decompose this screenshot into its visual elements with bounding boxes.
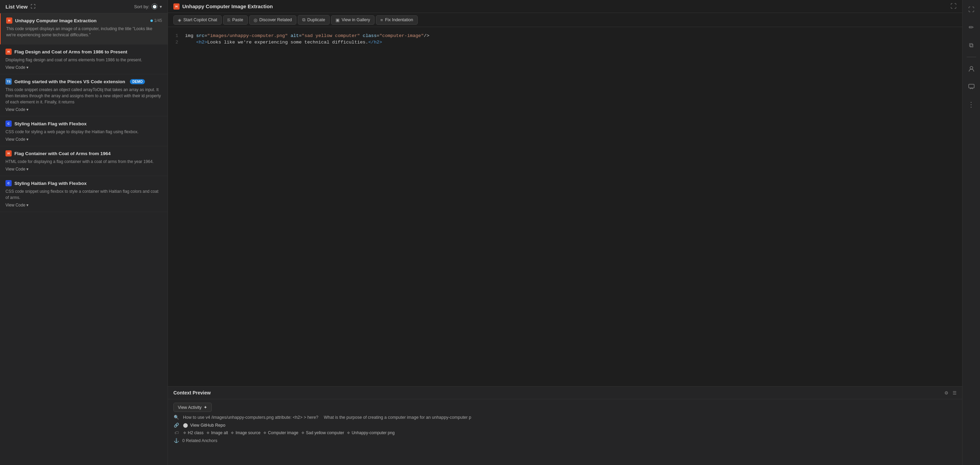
question-1[interactable]: How to use v4 /images/unhappy-computers.… (183, 415, 318, 420)
tag-label: Image alt (211, 430, 228, 435)
tag-label: Image source (235, 430, 261, 435)
github-link-label: View GitHub Repo (190, 423, 226, 428)
tag-item[interactable]: ❖ Computer image (263, 430, 299, 435)
expand-icon[interactable]: ⛶ (30, 4, 35, 9)
view-code-btn[interactable]: View Code ▾ (5, 137, 162, 142)
question-2[interactable]: What is the purpose of creating a comput… (324, 415, 471, 420)
tag-label: Computer image (268, 430, 299, 435)
context-preview-header: Context Preview ⚙ ☰ (168, 387, 962, 399)
list-items: H Unhappy Computer Image Extraction 1/45… (0, 13, 167, 465)
list-item[interactable]: H Flag Design and Coat of Arms from 1986… (0, 44, 167, 74)
search-icon: 🔍 (173, 415, 180, 420)
tags-row: 🏷 ❖ H2 class ❖ Image alt ❖ Image source (173, 430, 957, 435)
list-item[interactable]: H Unhappy Computer Image Extraction 1/45… (0, 13, 167, 44)
github-icon: ⬤ (183, 422, 188, 428)
code-line: 1 img src="images/unhappy-computer.png" … (168, 33, 962, 39)
sort-by-label: Sort by: (134, 4, 150, 9)
tag-item[interactable]: ❖ Image source (231, 430, 261, 435)
fix-indentation-button[interactable]: ≡ Fix Indentation (376, 16, 418, 25)
sort-clock-icon[interactable]: 🕐 (151, 3, 158, 10)
item-desc: HTML code for displaying a flag containe… (5, 159, 162, 165)
svg-point-0 (970, 67, 973, 69)
list-item[interactable]: C Styling Haitian Flag with Flexbox CSS … (0, 116, 167, 146)
main-title: H Unhappy Computer Image Extraction (173, 3, 947, 10)
context-preview-title: Context Preview (173, 390, 211, 395)
discover-icon: ◎ (254, 17, 257, 22)
demo-badge: DEMO (130, 79, 145, 84)
lang-badge-ts: TS (5, 78, 12, 84)
item-desc: Displaying flag design and coat of arms … (5, 57, 162, 63)
lang-badge-html: H (5, 150, 12, 157)
duplicate-button[interactable]: ⧉ Duplicate (298, 15, 329, 25)
fullscreen-icon[interactable]: ⛶ (951, 3, 957, 10)
menu-icon[interactable]: ☰ (953, 390, 957, 395)
main-header: H Unhappy Computer Image Extraction ⛶ (168, 0, 962, 13)
page-title: Unhappy Computer Image Extraction (182, 3, 273, 9)
item-title: C Styling Haitian Flag with Flexbox (5, 121, 87, 127)
view-code-btn[interactable]: View Code ▾ (5, 167, 162, 171)
lang-badge-html: H (5, 49, 12, 55)
tags-list: ❖ H2 class ❖ Image alt ❖ Image source ❖ … (183, 430, 395, 435)
line-number: 2 (168, 40, 185, 45)
tag-label: Sad yellow computer (306, 430, 344, 435)
tag-label: Unhappy-computer png (352, 430, 395, 435)
item-name: Flag Design and Coat of Arms from 1986 t… (14, 49, 127, 54)
message-icon[interactable] (965, 81, 978, 93)
list-item[interactable]: TS Getting started with the Pieces VS Co… (0, 74, 167, 116)
view-in-gallery-button[interactable]: ▣ View in Gallery (331, 16, 374, 25)
view-code-btn[interactable]: View Code ▾ (5, 65, 162, 70)
item-name: Unhappy Computer Image Extraction (15, 18, 97, 23)
context-header-icons: ⚙ ☰ (944, 390, 957, 395)
context-questions: How to use v4 /images/unhappy-computers.… (183, 415, 957, 420)
tag-item[interactable]: ❖ Unhappy-computer png (347, 430, 395, 435)
tag-item[interactable]: ❖ H2 class (183, 430, 204, 435)
paste-button[interactable]: ⎘ Paste (223, 16, 248, 25)
lang-badge-html: H (6, 17, 12, 24)
discover-related-button[interactable]: ◎ Discover Related (249, 16, 296, 25)
item-dot (150, 19, 153, 22)
right-sidebar: ⛶ ✏ ⧉ ⋮ (962, 0, 980, 465)
activity-icon: ✦ (204, 405, 207, 410)
line-content: <h2>Looks like we're experiencing some t… (185, 40, 382, 45)
sort-chevron-icon[interactable]: ▾ (160, 4, 162, 9)
line-content: img src="images/unhappy-computer.png" al… (185, 33, 430, 38)
anchor-icon: ⚓ (173, 438, 180, 443)
questions-row: 🔍 How to use v4 /images/unhappy-computer… (173, 415, 957, 420)
person-icon[interactable] (965, 63, 978, 75)
copilot-icon: ◈ (178, 17, 181, 22)
item-name: Getting started with the Pieces VS Code … (14, 79, 125, 84)
tag-prefix-icon: ❖ (206, 431, 210, 435)
item-name: Styling Haitian Flag with Flexbox (14, 181, 87, 186)
fullscreen-icon[interactable]: ⛶ (965, 3, 978, 16)
edit-icon[interactable]: ✏ (965, 21, 978, 33)
list-item[interactable]: H Flag Container with Coat of Arms from … (0, 146, 167, 176)
tag-prefix-icon: ❖ (301, 431, 305, 435)
item-title: C Styling Haitian Flag with Flexbox (5, 180, 87, 186)
settings-icon[interactable]: ⚙ (944, 390, 948, 395)
start-copilot-chat-button[interactable]: ◈ Start Copilot Chat (173, 16, 222, 25)
view-activity-button[interactable]: View Activity ✦ (173, 403, 212, 412)
item-title: H Unhappy Computer Image Extraction (6, 17, 97, 24)
list-item[interactable]: C Styling Haitian Flag with Flexbox CSS … (0, 176, 167, 212)
tag-item[interactable]: ❖ Sad yellow computer (301, 430, 344, 435)
more-options-icon[interactable]: ⋮ (965, 98, 978, 111)
view-code-btn[interactable]: View Code ▾ (5, 107, 162, 112)
context-preview: Context Preview ⚙ ☰ View Activity ✦ 🔍 Ho… (168, 386, 962, 465)
anchors-row: ⚓ 0 Related Anchors (173, 438, 957, 443)
github-link[interactable]: ⬤ View GitHub Repo (183, 422, 226, 428)
paste-icon: ⎘ (228, 17, 230, 22)
view-code-btn[interactable]: View Code ▾ (5, 203, 162, 208)
divider (967, 57, 976, 57)
tag-item[interactable]: ❖ Image alt (206, 430, 228, 435)
sort-by-control[interactable]: Sort by: 🕐 ▾ (134, 3, 162, 10)
main-panel: H Unhappy Computer Image Extraction ⛶ ◈ … (168, 0, 962, 465)
left-panel: List View ⛶ Sort by: 🕐 ▾ H Unhappy Compu… (0, 0, 168, 465)
svg-rect-1 (969, 84, 974, 88)
item-count: 1/45 (150, 18, 162, 23)
view-activity-label: View Activity (178, 405, 202, 410)
copy-icon[interactable]: ⧉ (965, 39, 978, 51)
toolbar: ◈ Start Copilot Chat ⎘ Paste ◎ Discover … (168, 13, 962, 27)
item-count-label: 1/45 (154, 18, 162, 23)
github-row: 🔗 ⬤ View GitHub Repo (173, 422, 957, 428)
tag-prefix-icon: ❖ (263, 431, 267, 435)
